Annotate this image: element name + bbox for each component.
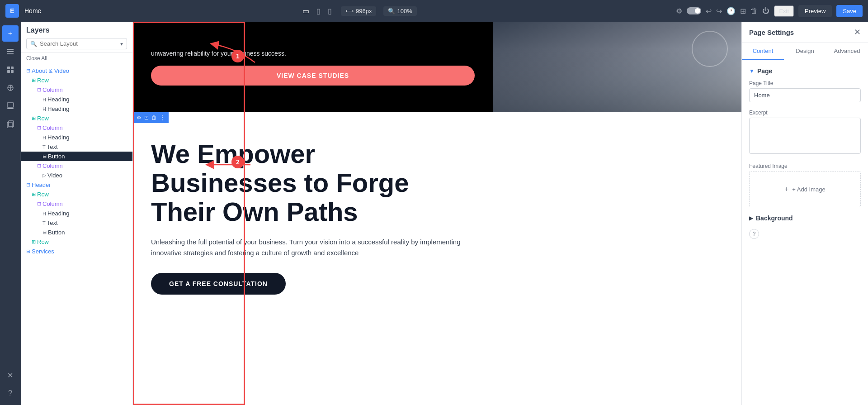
column-icon: ⊡ <box>37 201 41 207</box>
tab-design[interactable]: Design <box>784 43 826 60</box>
hero-heading: We Empower Businesses to Forge Their Own… <box>151 139 723 226</box>
layer-heading-3[interactable]: H Heading <box>21 133 132 142</box>
layer-label: About & Video <box>32 67 69 74</box>
redo-icon[interactable]: ↪ <box>716 7 722 15</box>
row-settings-icon[interactable]: ⚙ <box>136 114 142 122</box>
right-panel-close-button[interactable]: ✕ <box>854 28 861 36</box>
templates-button[interactable] <box>2 98 19 114</box>
layer-button-2[interactable]: ⊟ Button <box>21 228 132 237</box>
row-toolbar: ⚙ ⊡ 🗑 ⋮ <box>133 112 169 123</box>
delete-icon[interactable]: 🗑 <box>750 7 758 15</box>
laptop-image <box>493 22 741 112</box>
layer-label: Services <box>32 248 54 255</box>
zoom-badge[interactable]: 🔍 100% <box>383 6 416 16</box>
desktop-icon[interactable]: ▭ <box>301 5 311 17</box>
layer-label: Column <box>42 124 63 131</box>
tablet-icon[interactable]: ▯ <box>315 5 322 17</box>
close-all-button[interactable]: Close All <box>21 52 132 64</box>
tab-advanced[interactable]: Advanced <box>826 43 868 60</box>
heading-icon: H <box>42 106 46 112</box>
get-consultation-button[interactable]: GET A FREE CONSULTATION <box>151 273 286 295</box>
layer-row-3[interactable]: ⊞ Row <box>21 190 132 199</box>
svg-rect-1 <box>7 51 14 52</box>
layer-column-4[interactable]: ⊡ Column <box>21 199 132 209</box>
copy-button[interactable] <box>2 116 19 132</box>
row-icon: ⊞ <box>32 191 36 197</box>
layers-panel-button[interactable] <box>2 43 19 60</box>
row-duplicate-icon[interactable]: ⊡ <box>143 114 150 122</box>
svg-rect-2 <box>7 53 14 54</box>
add-element-button[interactable]: + <box>2 25 19 42</box>
layer-label: Column <box>42 200 63 207</box>
toggle-switch[interactable] <box>687 7 701 14</box>
search-input[interactable] <box>40 40 118 47</box>
layer-label: Text <box>47 143 58 150</box>
view-case-studies-button[interactable]: VIEW CASE STUDIES <box>151 66 475 86</box>
layer-text-2[interactable]: T Text <box>21 218 132 228</box>
elements-button[interactable] <box>2 62 19 78</box>
layer-label: Row <box>37 77 49 84</box>
svg-rect-11 <box>7 108 14 109</box>
tools-button[interactable]: ✕ <box>2 367 19 383</box>
page-title: Home <box>24 7 41 14</box>
background-section[interactable]: ▶ Background <box>749 214 861 222</box>
bg-arrow-icon: ▶ <box>749 215 753 221</box>
viewport-icon: ⟷ <box>345 8 354 14</box>
help-button[interactable]: ? <box>2 385 19 401</box>
help-button[interactable]: ? <box>749 229 759 239</box>
button-icon: ⊟ <box>42 153 47 159</box>
layer-row-1[interactable]: ⊞ Row <box>21 76 132 85</box>
row-delete-icon[interactable]: 🗑 <box>151 114 158 122</box>
svg-rect-6 <box>11 70 14 73</box>
layer-header[interactable]: ⊟ Header <box>21 180 132 190</box>
layer-column-1[interactable]: ⊡ Column <box>21 85 132 95</box>
history-icon[interactable]: 🕐 <box>726 7 736 15</box>
laptop-visual <box>493 22 741 112</box>
responsive-icon[interactable]: ⊞ <box>740 7 746 15</box>
featured-image-label: Featured Image <box>749 163 861 169</box>
search-icon: 🔍 <box>388 8 395 14</box>
preview-button[interactable]: Preview <box>798 5 832 17</box>
row-icon: ⊞ <box>32 239 36 245</box>
layer-row-4[interactable]: ⊞ Row <box>21 237 132 247</box>
widgets-button[interactable] <box>2 80 19 96</box>
add-image-label: + Add Image <box>792 186 825 193</box>
layer-about-video[interactable]: ⊟ About & Video <box>21 66 132 76</box>
excerpt-input[interactable] <box>749 118 861 154</box>
layers-search[interactable]: 🔍 ▾ <box>26 38 127 49</box>
layer-heading-4[interactable]: H Heading <box>21 209 132 218</box>
layer-column-2[interactable]: ⊡ Column <box>21 123 132 133</box>
column-icon: ⊡ <box>37 87 41 93</box>
layer-text-1[interactable]: T Text <box>21 142 132 152</box>
exit-button[interactable]: Exit <box>774 5 794 17</box>
page-title-input[interactable] <box>749 88 861 102</box>
section-arrow-icon: ▼ <box>749 68 755 74</box>
layer-heading-1[interactable]: H Heading <box>21 95 132 104</box>
layer-column-3[interactable]: ⊡ Column <box>21 161 132 171</box>
right-panel-tabs: Content Design Advanced <box>742 43 868 60</box>
viewport-badge[interactable]: ⟷ 996px <box>341 6 376 16</box>
row-icon: ⊞ <box>32 115 36 121</box>
page-title-label: Page Title <box>749 80 861 86</box>
heading-icon: H <box>42 135 46 140</box>
layer-heading-2[interactable]: H Heading <box>21 104 132 114</box>
layers-panel: Layers 🔍 ▾ Close All ⊟ About & Video ⊞ R… <box>21 22 133 405</box>
save-button[interactable]: Save <box>836 5 863 17</box>
excerpt-field: Excerpt <box>749 110 861 156</box>
undo-icon[interactable]: ↩ <box>706 7 712 15</box>
mobile-icon[interactable]: ▯ <box>326 5 334 17</box>
layer-label: Heading <box>47 105 69 112</box>
layers-tree: ⊟ About & Video ⊞ Row ⊡ Column H Heading… <box>21 64 132 405</box>
filter-icon[interactable]: ▾ <box>120 41 123 47</box>
layer-label: Heading <box>47 210 69 217</box>
layer-label: Text <box>47 219 58 226</box>
layer-row-2[interactable]: ⊞ Row <box>21 114 132 123</box>
row-more-icon[interactable]: ⋮ <box>159 114 166 122</box>
layer-services[interactable]: ⊟ Services <box>21 247 132 256</box>
tab-content[interactable]: Content <box>742 43 784 60</box>
add-image-button[interactable]: + + Add Image <box>749 171 861 207</box>
layer-video-1[interactable]: ▷ Video <box>21 171 132 180</box>
power-icon[interactable]: ⏻ <box>762 7 769 15</box>
settings-icon[interactable]: ⚙ <box>676 7 682 15</box>
layer-button-1[interactable]: ⊟ Button <box>21 152 132 161</box>
